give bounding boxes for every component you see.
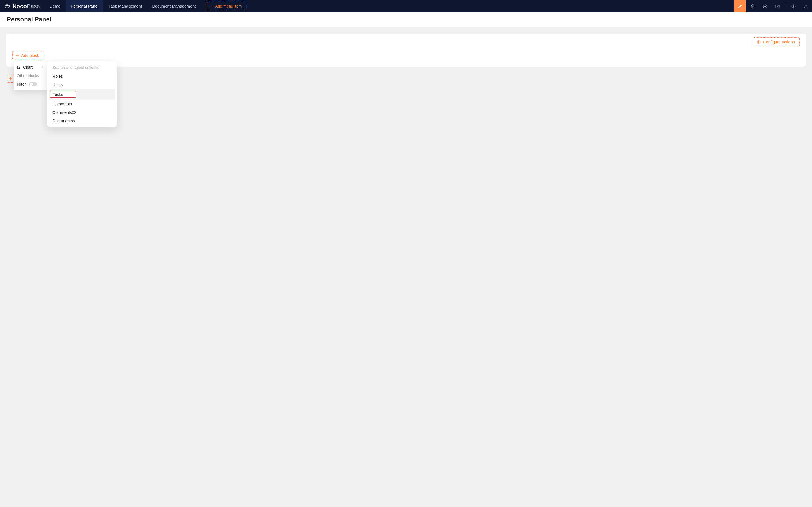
brand-name-bold: Noco — [12, 3, 27, 9]
page-header: Personal Panel — [0, 12, 812, 27]
gear-icon[interactable] — [759, 0, 771, 12]
collection-option-users[interactable]: Users — [49, 80, 115, 89]
page-content: Configure actions Add block — [0, 27, 812, 89]
top-nav: NocoBase Demo Personal Panel Task Manage… — [0, 0, 812, 12]
menu-item-filter: Filter — [13, 80, 47, 89]
chart-icon — [17, 65, 21, 69]
page-title: Personal Panel — [7, 16, 805, 23]
nav-separator — [785, 3, 785, 9]
add-block-button[interactable]: Add block — [12, 51, 43, 60]
nav-items: Demo Personal Panel Task Management Docu… — [45, 0, 201, 12]
collection-option-tasks[interactable]: Tasks — [49, 89, 115, 100]
brand-name-light: Base — [27, 3, 40, 9]
svg-point-3 — [793, 7, 794, 7]
brand-name: NocoBase — [12, 3, 40, 10]
user-icon[interactable] — [800, 0, 812, 12]
mail-icon[interactable] — [771, 0, 783, 12]
add-block-menu: Chart Other blocks Filter — [13, 61, 47, 90]
svg-point-4 — [805, 4, 807, 6]
collection-option-tasks-label: Tasks — [50, 91, 76, 98]
menu-group-other-blocks: Other blocks — [13, 71, 47, 80]
collection-select-menu: Search and select collection Roles Users… — [47, 61, 117, 127]
nav-item-demo[interactable]: Demo — [45, 0, 66, 12]
gear-icon — [757, 40, 761, 44]
rocket-icon[interactable] — [746, 0, 759, 12]
collection-search-input[interactable]: Search and select collection — [49, 63, 115, 72]
add-menu-wrap: Add menu item — [201, 2, 246, 10]
add-block-label: Add block — [21, 53, 39, 58]
filter-toggle[interactable] — [29, 82, 37, 87]
brand[interactable]: NocoBase — [0, 0, 45, 12]
design-mode-icon[interactable] — [734, 0, 746, 12]
plus-icon — [15, 54, 19, 57]
nav-item-document-management[interactable]: Document Management — [147, 0, 201, 12]
svg-point-0 — [764, 6, 765, 7]
svg-rect-1 — [776, 5, 779, 8]
collection-option-roles[interactable]: Roles — [49, 72, 115, 80]
main-card: Configure actions Add block — [6, 34, 806, 67]
add-menu-item-button[interactable]: Add menu item — [206, 2, 246, 10]
plus-icon — [9, 77, 12, 80]
nav-item-personal-panel[interactable]: Personal Panel — [66, 0, 103, 12]
svg-point-5 — [758, 41, 759, 43]
menu-item-chart[interactable]: Chart — [13, 63, 47, 71]
menu-item-chart-label: Chart — [23, 65, 33, 69]
configure-actions-button[interactable]: Configure actions — [753, 38, 800, 47]
brand-logo-icon — [4, 4, 10, 9]
configure-actions-label: Configure actions — [763, 40, 795, 44]
help-icon[interactable] — [787, 0, 800, 12]
add-menu-item-label: Add menu item — [215, 4, 242, 8]
collection-option-documentss[interactable]: Documentss — [49, 117, 115, 125]
collection-option-comments[interactable]: Comments — [49, 100, 115, 108]
menu-item-filter-label: Filter — [17, 82, 26, 87]
collection-option-comments02[interactable]: Comments02 — [49, 108, 115, 117]
plus-icon — [209, 4, 213, 8]
nav-icon-group — [734, 0, 812, 12]
chevron-right-icon — [41, 66, 44, 69]
nav-item-task-management[interactable]: Task Management — [103, 0, 147, 12]
